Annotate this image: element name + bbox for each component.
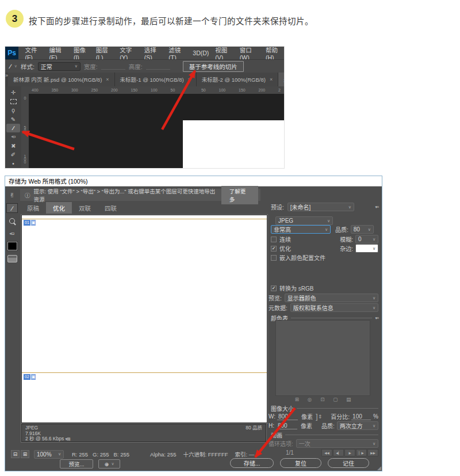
tab-original[interactable]: 原稿 — [20, 202, 46, 214]
eyedropper-tool-icon[interactable]: ✑ — [6, 229, 18, 238]
canvas[interactable] — [29, 94, 284, 168]
b-value: 255 — [120, 451, 129, 458]
menu-select[interactable]: 选择(S) — [144, 46, 163, 61]
matte-color-select[interactable]: ∨ — [355, 244, 378, 253]
quality-select[interactable]: 80∨ — [351, 225, 374, 234]
lasso-tool-icon[interactable]: ϙ — [6, 106, 20, 115]
slices-from-guides-button[interactable]: 基于参考线的切片 — [183, 61, 244, 72]
link-dimensions-icon[interactable]: ⇕ — [318, 414, 323, 420]
tab-4up[interactable]: 四联 — [98, 202, 124, 214]
blur-label: 模糊: — [340, 235, 353, 243]
document-tab[interactable]: 新林源 内页 新.psd @ 100%(RGB/8)× — [8, 73, 115, 86]
embed-profile-checkbox[interactable] — [271, 255, 277, 261]
new-color-icon[interactable]: ▢ — [333, 397, 338, 402]
slice-tool-icon[interactable]: ∕ — [6, 124, 20, 132]
vertical-ruler: 0 50 100 — [21, 94, 29, 168]
save-button[interactable]: 存储... — [230, 458, 274, 468]
menu-window[interactable]: 窗口(W) — [240, 46, 259, 61]
slice-select-tool-icon[interactable]: ∕ — [6, 203, 18, 213]
eyedropper-color-swatch[interactable] — [6, 241, 18, 251]
preset-dropdown-arrow-icon[interactable]: ∨ — [14, 64, 17, 68]
optimized-checkbox[interactable]: ✓ — [271, 246, 277, 252]
menu-type[interactable]: 文字(Y) — [120, 46, 138, 61]
previous-frame-button[interactable]: ◀▏ — [333, 449, 344, 456]
save-for-web-dialog: 存储为 Web 所用格式 (100%) ⓘ 提示: 使用 “文件” > “导出”… — [5, 176, 382, 471]
download-time-readout: 2 秒 @ 56.6 Kbps — [25, 436, 64, 441]
hint-text: 提示: 使用 “文件” > “导出” > “导出为...” 或右键单击某个图层可… — [34, 187, 218, 203]
menu-filter[interactable]: 滤镜(T) — [168, 46, 186, 61]
quality-label: 品质: — [335, 225, 348, 234]
websafe-shift-icon[interactable]: ◎ — [308, 397, 312, 402]
move-tool-icon[interactable]: ✛ — [6, 88, 20, 97]
style-select[interactable]: 正常∨ — [38, 62, 80, 71]
step-instruction-text: 按下面的步骤进行录制动作，最后可以新建一个专门的文件夹来保持切片。 — [29, 14, 313, 26]
last-frame-button[interactable]: ▶▶ — [367, 449, 378, 456]
clone-stamp-tool-icon[interactable]: • — [6, 159, 20, 168]
preview-select[interactable]: 显示器颜色∨ — [285, 294, 378, 302]
menu-help[interactable]: 帮助(H) — [266, 46, 284, 61]
preview-label: 预览: — [269, 294, 282, 302]
lock-color-icon[interactable]: ⊡ — [320, 397, 324, 402]
percent-input[interactable]: 100 — [351, 413, 371, 420]
menu-edit[interactable]: 编辑(E) — [49, 46, 67, 61]
document-tab[interactable]: 未标题-1 @ 100%(RGB/8)× — [115, 73, 197, 86]
zoom-in-button[interactable]: ⊞ — [21, 450, 29, 458]
preview-mode-tabs: 原稿 优化 双联 四联 — [20, 202, 124, 214]
optimized-preview[interactable]: 01▣ 02▣ — [21, 215, 267, 423]
document-white-area — [183, 120, 284, 168]
metadata-select[interactable]: 版权和联系信息∨ — [290, 303, 378, 312]
horizontal-ruler: 400350300 250200150 10050 50100150 2002 — [21, 86, 284, 94]
step-number-badge: 3 — [6, 10, 24, 28]
index-value: — — [249, 451, 255, 458]
convert-srgb-checkbox[interactable]: ✓ — [271, 285, 277, 291]
embed-profile-label: 嵌入颜色配置文件 — [279, 253, 325, 262]
menu-3d[interactable]: 3D(D) — [193, 49, 209, 56]
format-select[interactable]: JPEG∨ — [275, 216, 333, 225]
matte-label: 杂边: — [340, 244, 353, 253]
delete-color-icon[interactable]: ▤ — [346, 397, 351, 402]
color-table-menu-icon[interactable]: ▾≡ — [375, 316, 378, 321]
dither-swatch-icon[interactable]: ⊞ — [295, 397, 299, 402]
document-tab[interactable]: 未标题-2 @ 100%(RGB/8)× — [197, 73, 278, 86]
tab-optimized[interactable]: 优化 — [46, 202, 72, 214]
first-frame-button[interactable]: ◀◀ — [321, 449, 332, 456]
close-icon[interactable]: × — [106, 77, 109, 82]
loop-options-select[interactable]: 一次∨ — [296, 439, 378, 448]
close-icon[interactable]: × — [270, 77, 273, 82]
height-input[interactable]: 800 — [277, 422, 297, 429]
info-menu-icon[interactable]: ▾▤ — [66, 437, 70, 441]
resample-quality-label: 品质: — [321, 421, 335, 430]
preview-in-browser-button[interactable]: 预览... — [60, 459, 93, 469]
tab-2up[interactable]: 双联 — [72, 202, 98, 214]
zoom-out-button[interactable]: ⊟ — [11, 450, 20, 458]
learn-more-button[interactable]: 了解更多 — [221, 186, 258, 204]
zoom-level-select[interactable]: 100%∨ — [34, 450, 64, 459]
marquee-tool-icon[interactable] — [6, 97, 20, 105]
toggle-slices-visibility-icon[interactable] — [6, 254, 18, 264]
document-tab-active[interactable]: 未标题-3 @ 10 — [278, 73, 285, 86]
height-field[interactable] — [146, 63, 170, 70]
browser-preview-select[interactable]: ⊕ ∨ — [98, 459, 120, 469]
preset-select[interactable]: [未命名]∨ — [288, 203, 354, 211]
panel-menu-icon[interactable]: ▾≡ — [375, 205, 378, 210]
menu-image[interactable]: 图像(I) — [74, 46, 90, 61]
hex-value: FFFFFF — [208, 451, 228, 458]
width-input[interactable]: 800 — [277, 413, 298, 420]
resize-grip-icon[interactable]: ◢ — [377, 465, 381, 471]
menu-file[interactable]: 文件(F) — [25, 46, 43, 61]
close-icon[interactable]: × — [188, 77, 191, 82]
menu-layer[interactable]: 图层(L) — [96, 46, 113, 61]
crop-tool-icon[interactable]: ✎ — [6, 115, 20, 123]
play-button[interactable]: ▶ — [344, 449, 355, 456]
slice-tool-preset-icon[interactable]: ∕ — [10, 63, 11, 70]
hand-tool-icon[interactable]: ✌ — [6, 191, 18, 200]
blur-select[interactable]: 0∨ — [355, 235, 378, 243]
resample-quality-select[interactable]: 两次立方∨ — [337, 421, 378, 430]
width-field[interactable] — [101, 63, 125, 70]
zoom-tool-icon[interactable] — [6, 216, 18, 226]
progressive-checkbox[interactable] — [271, 237, 277, 242]
tutorial-page: 3 按下面的步骤进行录制动作，最后可以新建一个专门的文件夹来保持切片。 Ps 文… — [0, 0, 460, 476]
menu-view[interactable]: 视图(V) — [215, 46, 233, 61]
next-frame-button[interactable]: ▏▶ — [356, 449, 367, 456]
compression-quality-select[interactable]: 非常高∨ — [271, 225, 331, 234]
